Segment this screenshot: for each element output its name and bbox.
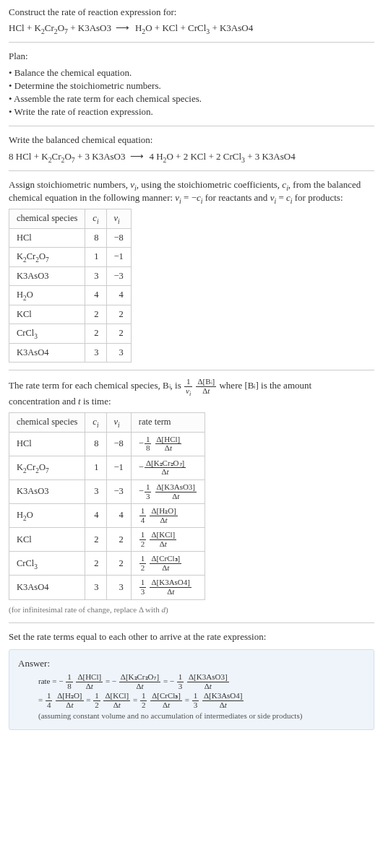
cell-species: K3AsO4 [9, 576, 85, 599]
table-row: HCl8−8−18 Δ[HCl]Δt [9, 432, 205, 456]
cell-species: K3AsO3 [9, 266, 85, 286]
cell-species: K2Cr2O7 [9, 456, 85, 479]
cell-vi: −1 [106, 248, 131, 267]
divider [9, 170, 374, 171]
rate-term-section: The rate term for each chemical species,… [9, 378, 374, 615]
cell-vi: 2 [106, 528, 131, 552]
fraction: Δ[Bᵢ]Δt [196, 378, 216, 395]
cell-species: K3AsO4 [9, 343, 85, 363]
cell-rate: 14 Δ[H₂O]Δt [131, 504, 205, 528]
divider [9, 622, 374, 623]
plan-bullets: • Balance the chemical equation. • Deter… [9, 66, 374, 119]
stoich-table: chemical species ci νi HCl8−8K2Cr2O71−1K… [9, 209, 132, 363]
rate-term-text-1: The rate term for each chemical species,… [9, 380, 184, 391]
cell-ci: 2 [85, 305, 106, 324]
cell-ci: 4 [85, 286, 106, 305]
set-equal-section: Set the rate terms equal to each other t… [9, 630, 374, 730]
cell-rate: 13 Δ[K3AsO4]Δt [131, 576, 205, 599]
plan-bullet: • Assemble the rate term for each chemic… [9, 92, 374, 105]
intro-equation: HCl + K2Cr2O7 + K3AsO3 ⟶ H2O + KCl + CrC… [9, 22, 374, 35]
set-equal-text: Set the rate terms equal to each other t… [9, 630, 374, 643]
table-row: H2O4414 Δ[H₂O]Δt [9, 504, 205, 528]
col-ci: ci [85, 413, 106, 433]
table-row: K3AsO33−3−13 Δ[K3AsO3]Δt [9, 480, 205, 504]
table-row: K3AsO33−3 [9, 266, 132, 286]
cell-species: H2O [9, 286, 85, 305]
col-vi: νi [106, 413, 131, 433]
cell-ci: 1 [85, 248, 106, 267]
table-header-row: chemical species ci νi rate term [9, 413, 205, 433]
cell-ci: 8 [85, 432, 106, 456]
cell-species: CrCl3 [9, 324, 85, 344]
cell-vi: −1 [106, 456, 131, 479]
col-rate: rate term [131, 413, 205, 433]
cell-ci: 2 [85, 324, 106, 344]
table-row: CrCl32212 Δ[CrCl₃]Δt [9, 552, 205, 576]
cell-vi: 2 [106, 305, 131, 324]
plan-bullet: • Write the rate of reaction expression. [9, 105, 374, 118]
table-row: K3AsO43313 Δ[K3AsO4]Δt [9, 576, 205, 599]
table-row: K2Cr2O71−1 [9, 248, 132, 267]
answer-label: Answer: [18, 657, 365, 670]
cell-species: KCl [9, 528, 85, 552]
cell-ci: 3 [85, 266, 106, 286]
answer-box: Answer: rate = − 18 Δ[HCl]Δt = − Δ[K₂Cr₂… [9, 649, 374, 730]
col-vi: νi [106, 209, 131, 229]
cell-ci: 1 [85, 456, 106, 479]
divider [9, 42, 374, 43]
table-row: CrCl322 [9, 324, 132, 344]
table-header-row: chemical species ci νi [9, 209, 132, 229]
cell-vi: 3 [106, 343, 131, 363]
balanced-equation: 8 HCl + K2Cr2O7 + 3 K3AsO3 ⟶ 4 H2O + 2 K… [9, 150, 374, 163]
assign-text: Assign stoichiometric numbers, νi, using… [9, 178, 374, 204]
rate-table: chemical species ci νi rate term HCl8−8−… [9, 412, 205, 599]
cell-ci: 8 [85, 228, 106, 248]
cell-species: HCl [9, 432, 85, 456]
cell-species: K3AsO3 [9, 480, 85, 504]
cell-species: HCl [9, 228, 85, 248]
table-row: KCl2212 Δ[KCl]Δt [9, 528, 205, 552]
cell-vi: 3 [106, 576, 131, 599]
plan-bullet: • Balance the chemical equation. [9, 66, 374, 79]
cell-vi: −3 [106, 266, 131, 286]
cell-rate: 12 Δ[CrCl₃]Δt [131, 552, 205, 576]
plan-heading: Plan: [9, 50, 374, 63]
cell-ci: 4 [85, 504, 106, 528]
col-ci: ci [85, 209, 106, 229]
plan-section: Plan: • Balance the chemical equation. •… [9, 50, 374, 118]
intro-heading: Construct the rate of reaction expressio… [9, 6, 374, 19]
col-species: chemical species [9, 413, 85, 433]
cell-species: CrCl3 [9, 552, 85, 576]
assign-section: Assign stoichiometric numbers, νi, using… [9, 178, 374, 363]
cell-ci: 2 [85, 528, 106, 552]
cell-vi: −8 [106, 228, 131, 248]
table-row: H2O44 [9, 286, 132, 305]
divider [9, 370, 374, 370]
cell-ci: 3 [85, 480, 106, 504]
col-species: chemical species [9, 209, 85, 229]
cell-rate: 12 Δ[KCl]Δt [131, 528, 205, 552]
table-row: K3AsO433 [9, 343, 132, 363]
table-row: K2Cr2O71−1−Δ[K₂Cr₂O₇]Δt [9, 456, 205, 479]
cell-ci: 2 [85, 552, 106, 576]
table-row: KCl22 [9, 305, 132, 324]
answer-line-1: rate = − 18 Δ[HCl]Δt = − Δ[K₂Cr₂O₇]Δt = … [38, 673, 365, 690]
cell-species: KCl [9, 305, 85, 324]
cell-vi: −3 [106, 480, 131, 504]
cell-vi: −8 [106, 432, 131, 456]
balanced-heading: Write the balanced chemical equation: [9, 134, 374, 147]
rate-term-text: The rate term for each chemical species,… [9, 378, 374, 395]
rate-footnote: (for infinitesimal rate of change, repla… [9, 604, 374, 615]
answer-line-2: = 14 Δ[H₂O]Δt = 12 Δ[KCl]Δt = 12 Δ[CrCl₃… [38, 692, 365, 709]
answer-assumption: (assuming constant volume and no accumul… [38, 711, 365, 721]
cell-rate: −Δ[K₂Cr₂O₇]Δt [131, 456, 205, 479]
plan-bullet: • Determine the stoichiometric numbers. [9, 79, 374, 92]
cell-species: H2O [9, 504, 85, 528]
table-row: HCl8−8 [9, 228, 132, 248]
intro-section: Construct the rate of reaction expressio… [9, 6, 374, 35]
balanced-section: Write the balanced chemical equation: 8 … [9, 134, 374, 162]
cell-vi: 2 [106, 324, 131, 344]
fraction: 1νi [184, 378, 192, 395]
cell-ci: 3 [85, 343, 106, 363]
cell-species: K2Cr2O7 [9, 248, 85, 267]
